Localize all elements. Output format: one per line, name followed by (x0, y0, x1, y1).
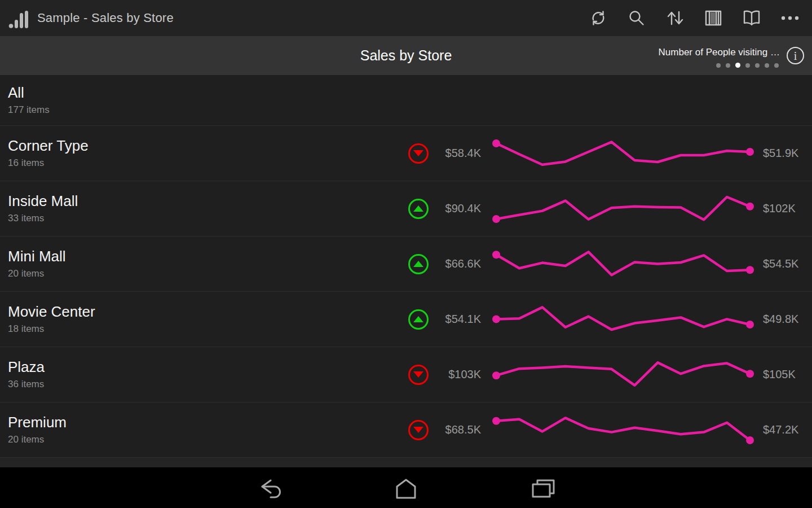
recents-button[interactable] (526, 475, 560, 502)
store-list: All 177 items Corner Type 16 items $58.4… (0, 75, 812, 467)
page-dot (745, 63, 750, 68)
app-bar: Sample - Sales by Store (0, 0, 812, 36)
end-value: $102K (763, 202, 810, 215)
store-items-count: 18 items (8, 323, 408, 335)
end-value: $49.8K (763, 313, 810, 326)
app-bar-actions (588, 7, 804, 29)
store-items-count: 20 items (8, 268, 408, 279)
list-item-corner-type[interactable]: Corner Type 16 items $58.4K $51.9K (0, 126, 812, 181)
metric-cluster: Number of People visiting … i (659, 36, 804, 75)
home-button[interactable] (389, 475, 423, 502)
store-name: Movie Center (8, 304, 408, 321)
overflow-menu-icon[interactable] (779, 7, 801, 29)
sparkline-chart (491, 242, 755, 286)
android-nav-bar (0, 467, 812, 508)
store-items-count: 33 items (8, 213, 408, 224)
group-items-count: 177 items (8, 104, 408, 116)
table-view-icon[interactable] (703, 7, 724, 29)
store-name: Corner Type (8, 138, 408, 155)
bookmarks-icon[interactable] (741, 7, 762, 29)
search-icon[interactable] (626, 7, 647, 29)
next-row-partial (0, 458, 812, 467)
page-dot (765, 63, 769, 68)
store-items-count: 20 items (8, 434, 408, 445)
trend-down-icon (408, 420, 429, 440)
trend-up-icon (408, 199, 429, 219)
metric-selector-label[interactable]: Number of People visiting … (659, 47, 780, 58)
page-dot (774, 63, 779, 68)
start-value: $66.6K (429, 257, 481, 270)
trend-up-icon (408, 254, 429, 274)
report-header: Sales by Store Number of People visiting… (0, 36, 812, 75)
start-value: $103K (429, 368, 481, 381)
group-name: All (8, 85, 408, 102)
end-value: $51.9K (763, 147, 810, 160)
trend-down-icon (408, 143, 429, 164)
store-items-count: 36 items (8, 379, 408, 390)
store-name: Plaza (8, 359, 408, 376)
list-item-all[interactable]: All 177 items (0, 75, 812, 126)
page-indicator-dots (716, 63, 779, 68)
sparkline-chart (491, 297, 755, 341)
list-item-movie-center[interactable]: Movie Center 18 items $54.1K $49.8K (0, 292, 812, 347)
store-items-count: 16 items (8, 157, 408, 169)
store-name: Mini Mall (8, 248, 408, 265)
store-name: Inside Mall (8, 193, 408, 210)
page-dot (716, 63, 721, 68)
trend-up-icon (408, 309, 429, 330)
refresh-icon[interactable] (588, 7, 609, 29)
sparkline-chart (491, 353, 755, 397)
info-icon[interactable]: i (787, 47, 804, 64)
back-button[interactable] (253, 475, 286, 502)
end-value: $105K (763, 368, 810, 381)
sparkline-chart (491, 132, 755, 176)
start-value: $90.4K (429, 202, 481, 215)
start-value: $58.4K (429, 147, 481, 160)
list-item-inside-mall[interactable]: Inside Mall 33 items $90.4K $102K (0, 181, 812, 237)
list-item-plaza[interactable]: Plaza 36 items $103K $105K (0, 347, 812, 402)
page-title: Sales by Store (360, 47, 452, 64)
sparkline-chart (491, 187, 755, 231)
sort-icon[interactable] (664, 7, 686, 29)
start-value: $68.5K (429, 423, 481, 436)
page-dot (735, 63, 740, 68)
sparkline-chart (491, 408, 755, 452)
list-item-mini-mall[interactable]: Mini Mall 20 items $66.6K $54.5K (0, 237, 812, 292)
app-logo-icon (8, 7, 30, 29)
page-dot (755, 63, 760, 68)
end-value: $54.5K (763, 257, 810, 270)
end-value: $47.2K (763, 423, 810, 436)
store-name: Premium (8, 414, 408, 431)
app-title: Sample - Sales by Store (37, 11, 174, 25)
page-dot (726, 63, 730, 68)
trend-down-icon (408, 365, 429, 385)
list-item-premium[interactable]: Premium 20 items $68.5K $47.2K (0, 402, 812, 458)
start-value: $54.1K (429, 313, 481, 326)
